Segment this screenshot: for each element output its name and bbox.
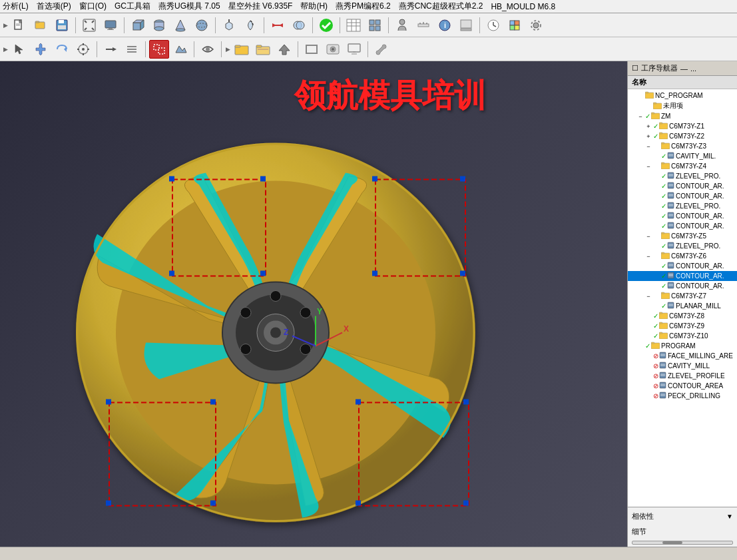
toolbar-btn-wrench[interactable] <box>371 40 391 59</box>
tree-area[interactable]: NC_PROGRAM未用项−✓ZM+✓C6M73Y-Z1+✓C6M73Y-Z2−… <box>628 89 737 507</box>
tree-item-z3[interactable]: −C6M73Y-Z3 <box>628 141 737 151</box>
svg-rect-41 <box>375 20 380 25</box>
svg-rect-45 <box>418 24 429 27</box>
toolbar-btn-fit[interactable] <box>79 16 99 35</box>
tree-item-program[interactable]: ✓PROGRAM <box>628 341 737 351</box>
tree-item-contour_area[interactable]: ⊘CONTOUR_AREA <box>628 381 737 391</box>
toolbar-btn-table[interactable] <box>344 16 364 35</box>
tree-item-contour_ar7[interactable]: ✓CONTOUR_AR. <box>628 281 737 291</box>
tree-item-cavity_mil[interactable]: ✓CAVITY_MIL. <box>628 151 737 161</box>
menu-yanxiu-ug[interactable]: 燕秀UG模具 7.05 <box>158 1 220 12</box>
toolbar-btn-cylinder[interactable] <box>149 16 169 35</box>
menu-yanxiu-pm[interactable]: 燕秀PM编程6.2 <box>336 1 391 12</box>
toolbar-btn-box[interactable] <box>128 16 148 35</box>
toolbar-btn-snap[interactable] <box>73 40 93 59</box>
tree-item-contour_ar6[interactable]: ✓CONTOUR_AR. <box>628 271 737 281</box>
tree-item-zlevel_pro3[interactable]: ✓ZLEVEL_PRO. <box>628 241 737 251</box>
menu-help[interactable]: 帮助(H) <box>300 1 328 12</box>
menu-starsky[interactable]: 星空外挂 V6.935F <box>228 1 293 12</box>
tree-item-z2[interactable]: +✓C6M73Y-Z2 <box>628 131 737 141</box>
toolbar-btn-person[interactable] <box>392 16 412 35</box>
menu-hb-mould[interactable]: HB_MOULD M6.8 <box>491 2 555 11</box>
toolbar-btn-face[interactable] <box>170 40 190 59</box>
toolbar-btn-trim[interactable] <box>268 16 288 35</box>
toolbar-btn-monitor[interactable] <box>101 16 121 35</box>
toolbar-btn-checkmark[interactable] <box>316 16 336 35</box>
tree-item-contour_ar4[interactable]: ✓CONTOUR_AR. <box>628 221 737 231</box>
tree-item-zlevel_pro2[interactable]: ✓ZLEVEL_PRO. <box>628 201 737 211</box>
menu-gc[interactable]: GC工具箱 <box>115 1 150 12</box>
tree-item-z6[interactable]: −C6M73Y-Z6 <box>628 251 737 261</box>
menu-prefs[interactable]: 首选项(P) <box>37 1 71 12</box>
svg-rect-173 <box>668 262 674 268</box>
toolbar-btn-select[interactable] <box>9 40 29 59</box>
toolbar-btn-unite[interactable] <box>289 16 309 35</box>
tree-item-contour_ar3[interactable]: ✓CONTOUR_AR. <box>628 211 737 221</box>
menu-window[interactable]: 窗口(O) <box>79 1 107 12</box>
toolbar-btn-offset[interactable] <box>149 40 169 59</box>
toolbar-btn-rectangle[interactable] <box>302 40 322 59</box>
prop-label-details[interactable]: 细节 <box>632 527 646 537</box>
toolbar-btn-clock[interactable] <box>483 16 503 35</box>
tree-item-contour_ar1[interactable]: ✓CONTOUR_AR. <box>628 181 737 191</box>
tree-item-contour_ar5[interactable]: ✓CONTOUR_AR. <box>628 261 737 271</box>
tree-item-nc_program[interactable]: NC_PROGRAM <box>628 91 737 101</box>
toolbar-expand-r2[interactable]: ▶ <box>225 40 230 59</box>
toolbar-row-1: ▶ <box>0 13 737 37</box>
prop-arrow-dependency[interactable]: ▼ <box>726 513 733 520</box>
tree-item-zlevel_profile[interactable]: ⊘ZLEVEL_PROFILE <box>628 371 737 381</box>
toolbar-btn-photo[interactable] <box>323 40 343 59</box>
toolbar-btn-rotate-view[interactable] <box>52 40 72 59</box>
menu-yanxiu-cnc[interactable]: 燕秀CNC超级程式单2.2 <box>399 1 483 12</box>
toolbar-btn-arrow-right[interactable] <box>101 40 121 59</box>
panel-title-dots[interactable]: ... <box>690 65 696 73</box>
toolbar-btn-revolve[interactable] <box>240 16 260 35</box>
tree-item-z9[interactable]: ✓C6M73Y-Z9 <box>628 321 737 331</box>
toolbar-btn-settings[interactable] <box>526 16 546 35</box>
toolbar-expand-1[interactable]: ▶ <box>3 16 8 35</box>
tree-item-unused[interactable]: 未用项 <box>628 101 737 111</box>
toolbar-btn-grid[interactable] <box>365 16 385 35</box>
svg-rect-114 <box>460 270 465 276</box>
toolbar-btn-extrude[interactable] <box>219 16 239 35</box>
tree-item-z4[interactable]: −C6M73Y-Z4 <box>628 161 737 171</box>
toolbar-btn-monitor2[interactable] <box>344 40 364 59</box>
prop-label-dependency[interactable]: 相依性 <box>632 511 654 521</box>
toolbar-btn-folder-open[interactable] <box>253 40 273 59</box>
toolbar-expand-2[interactable]: ▶ <box>3 40 8 59</box>
tree-item-zm[interactable]: −✓ZM <box>628 111 737 121</box>
tree-column-header: 名称 <box>628 76 737 89</box>
toolbar-btn-arrow-up[interactable] <box>274 40 294 59</box>
toolbar-btn-save[interactable] <box>52 16 72 35</box>
tree-item-face_milling[interactable]: ⊘FACE_MILLING_ARE <box>628 351 737 361</box>
toolbar-btn-puzzle[interactable] <box>505 16 525 35</box>
toolbar-btn-measure[interactable] <box>413 16 433 35</box>
toolbar-btn-cone[interactable] <box>170 16 190 35</box>
viewport-3d[interactable]: 领航模具培训 <box>0 61 627 547</box>
tree-item-contour_ar2[interactable]: ✓CONTOUR_AR. <box>628 191 737 201</box>
wheel-model: X Y Z <box>56 109 509 542</box>
menu-analysis[interactable]: 分析(L) <box>3 1 29 12</box>
svg-rect-5 <box>35 21 39 23</box>
tree-item-z5[interactable]: −C6M73Y-Z5 <box>628 231 737 241</box>
tree-item-z7[interactable]: −C6M73Y-Z7 <box>628 291 737 301</box>
tree-item-peck_drilling[interactable]: ⊘PECK_DRILLING <box>628 391 737 401</box>
toolbar-btn-sphere[interactable] <box>192 16 212 35</box>
tree-item-z1[interactable]: +✓C6M73Y-Z1 <box>628 121 737 131</box>
toolbar-btn-pref2[interactable] <box>456 16 476 35</box>
svg-rect-142 <box>661 142 664 144</box>
tree-item-zlevel_pro1[interactable]: ✓ZLEVEL_PRO. <box>628 171 737 181</box>
toolbar-btn-info[interactable]: i <box>435 16 455 35</box>
toolbar-btn-new[interactable] <box>9 16 29 35</box>
toolbar-btn-folder2[interactable] <box>232 40 252 59</box>
tree-item-cavity_mill2[interactable]: ⊘CAVITY_MILL <box>628 361 737 371</box>
toolbar-btn-layer[interactable] <box>122 40 142 59</box>
horizontal-scrollbar[interactable] <box>632 541 733 545</box>
tree-item-z8[interactable]: ✓C6M73Y-Z8 <box>628 311 737 321</box>
toolbar-btn-move[interactable] <box>31 40 51 59</box>
tree-item-planar_mill[interactable]: ✓PLANAR_MILL <box>628 301 737 311</box>
tree-item-z10[interactable]: ✓C6M73Y-Z10 <box>628 331 737 341</box>
toolbar-btn-show-hide[interactable] <box>198 40 218 59</box>
svg-rect-160 <box>668 212 674 218</box>
toolbar-btn-open[interactable] <box>31 16 51 35</box>
